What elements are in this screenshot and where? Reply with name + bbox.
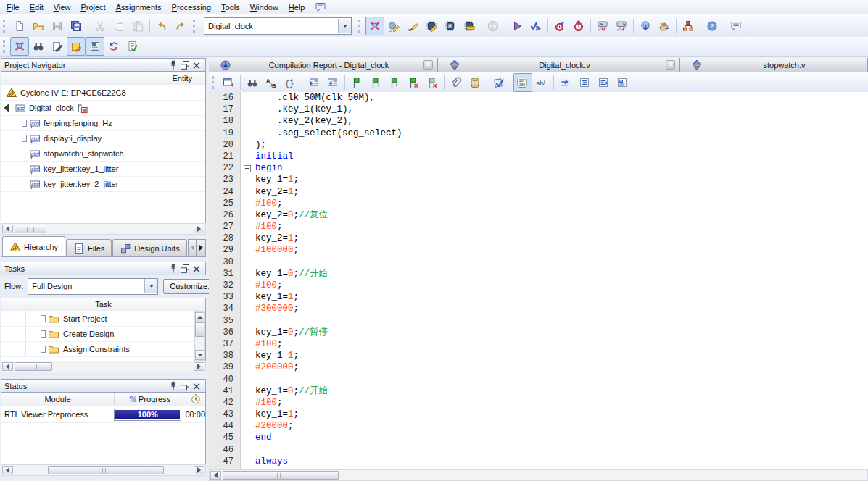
menu-help[interactable]: Help — [284, 1, 310, 13]
format-list-button-1[interactable] — [575, 73, 594, 92]
previous-bookmark-button[interactable] — [385, 73, 404, 92]
menu-tools[interactable]: Tools — [216, 1, 245, 13]
scroll-thumb[interactable] — [195, 322, 204, 337]
programmer-button[interactable] — [636, 17, 655, 35]
tree-expander[interactable] — [19, 120, 29, 126]
tree-item[interactable]: abdfenping:fenping_Hz — [1, 116, 205, 131]
attach-file-button[interactable] — [447, 73, 466, 92]
scroll-thumb[interactable] — [15, 225, 46, 233]
project-navigator-window-button[interactable] — [10, 37, 29, 56]
help-button[interactable]: ? — [703, 17, 722, 35]
project-navigator-toggle-button[interactable] — [365, 17, 384, 35]
toolbar-grip[interactable] — [3, 40, 7, 53]
open-file-button[interactable] — [29, 17, 48, 35]
close-icon[interactable] — [191, 263, 202, 274]
tcl-console-button[interactable] — [48, 37, 67, 56]
combobox-arrow[interactable] — [144, 279, 157, 293]
signaltap-logic-analyzer-button[interactable] — [655, 17, 674, 35]
tree-expander[interactable] — [19, 135, 29, 141]
device-settings-button[interactable]: D — [441, 17, 460, 35]
tree-item[interactable]: abddisplay:i_display — [1, 131, 205, 146]
tree-expander[interactable] — [38, 316, 48, 322]
netlist-viewer-button[interactable] — [679, 17, 698, 35]
copy-button[interactable] — [109, 17, 128, 35]
feedback-bubble-icon[interactable] — [315, 1, 326, 13]
document-tab-digital-clock-v[interactable]: abcDigital_clock.v✕ — [438, 58, 680, 72]
goto-line-button[interactable] — [556, 73, 575, 92]
menu-file[interactable]: File — [1, 1, 25, 13]
pin-icon[interactable] — [168, 380, 179, 391]
flow-combobox[interactable]: Full Design — [28, 278, 158, 295]
new-window-button[interactable] — [219, 73, 238, 92]
tab-scroll-left-button[interactable] — [188, 239, 197, 256]
redo-button[interactable] — [171, 17, 190, 35]
cut-button[interactable] — [91, 17, 109, 35]
tree-expander[interactable] — [38, 346, 48, 352]
tab-design-units[interactable]: Design Units — [112, 239, 186, 256]
scroll-right-button[interactable] — [194, 466, 204, 474]
menu-edit[interactable]: Edit — [25, 1, 49, 13]
line-numbers-button[interactable]: 267268 — [513, 73, 532, 92]
tab-close-button[interactable]: ✕ — [423, 60, 433, 70]
fold-toggle[interactable] — [241, 162, 253, 174]
stop-compilation-button[interactable]: STOP — [484, 17, 503, 35]
toolbar-grip[interactable] — [193, 20, 197, 33]
analyze-current-file-button[interactable] — [489, 73, 508, 92]
messages-window-button[interactable] — [67, 37, 86, 56]
unindent-button[interactable] — [323, 73, 342, 92]
tree-item[interactable]: Cyclone IV E: EP4CE6E22C8 — [1, 85, 205, 101]
timequest-timing-analyzer-button[interactable] — [550, 17, 569, 35]
menu-assignments[interactable]: Assignments — [111, 1, 167, 13]
match-brace-button[interactable]: {} — [281, 73, 299, 92]
pin-icon[interactable] — [168, 263, 179, 274]
tree-item[interactable]: abdkey_jitter:key_1_jitter — [1, 162, 205, 177]
tab-hierarchy[interactable]: Hierarchy — [2, 236, 65, 256]
tab-scroll-right-button[interactable] — [197, 239, 206, 256]
menu-processing[interactable]: Processing — [167, 1, 216, 13]
next-bookmark-button[interactable] — [366, 73, 385, 92]
scroll-left-button[interactable] — [2, 362, 13, 371]
paste-button[interactable] — [128, 17, 147, 35]
new-file-button[interactable] — [10, 17, 29, 35]
pin-planner-button[interactable] — [403, 17, 422, 35]
rtl-simulation-button[interactable] — [612, 17, 631, 35]
menu-window[interactable]: Window — [245, 1, 284, 13]
start-analysis-synthesis-button[interactable] — [526, 17, 545, 35]
code-editor[interactable]: 16 .clk_50M(clk_50M),17 .key_1(key_1),18… — [209, 92, 868, 469]
toolbar-grip[interactable] — [212, 76, 216, 89]
undo-button[interactable] — [152, 17, 171, 35]
close-icon[interactable] — [191, 380, 202, 391]
tab-files[interactable]: Files — [66, 239, 112, 256]
float-icon[interactable] — [179, 380, 191, 391]
document-tab-compilation-report-digital-clock[interactable]: Compilation Report - Digital_clock✕ — [209, 58, 438, 72]
comment-button[interactable]: ab/ — [532, 73, 551, 92]
scroll-thumb[interactable] — [48, 466, 164, 474]
timing-analyzer-button[interactable] — [569, 17, 588, 35]
tree-item[interactable]: abdkey_jitter:key_2_jitter — [1, 177, 205, 192]
clear-all-bookmarks-button[interactable] — [423, 73, 442, 92]
close-icon[interactable] — [191, 59, 202, 70]
scroll-left-button[interactable] — [2, 466, 13, 474]
scroll-up-button[interactable] — [195, 312, 204, 322]
menu-view[interactable]: View — [49, 1, 76, 13]
scroll-left-button[interactable] — [2, 225, 13, 233]
toolbar-grip[interactable] — [358, 20, 363, 33]
save-button[interactable] — [48, 17, 67, 35]
design-assistant-button[interactable] — [123, 37, 142, 56]
assignment-editor-button[interactable] — [384, 17, 403, 35]
toolbar-grip[interactable] — [3, 20, 7, 33]
project-selector-combobox[interactable]: Digital_clock — [204, 17, 352, 35]
indent-button[interactable] — [305, 73, 323, 92]
simulation-waveform-button[interactable] — [593, 17, 612, 35]
menu-project[interactable]: Project — [75, 1, 110, 13]
toggle-bookmark-button[interactable] — [347, 73, 366, 92]
tcl-script-button[interactable] — [466, 73, 484, 92]
pin-icon[interactable] — [168, 59, 179, 70]
task-item[interactable]: Start Project — [1, 311, 205, 327]
tree-item[interactable]: abdDigital_clock — [1, 101, 205, 116]
tab-close-button[interactable]: ✕ — [666, 60, 675, 70]
task-item[interactable]: Create Design — [1, 327, 205, 342]
refresh-button[interactable] — [104, 37, 123, 56]
scroll-down-button[interactable] — [195, 350, 204, 360]
save-all-button[interactable] — [67, 17, 86, 35]
